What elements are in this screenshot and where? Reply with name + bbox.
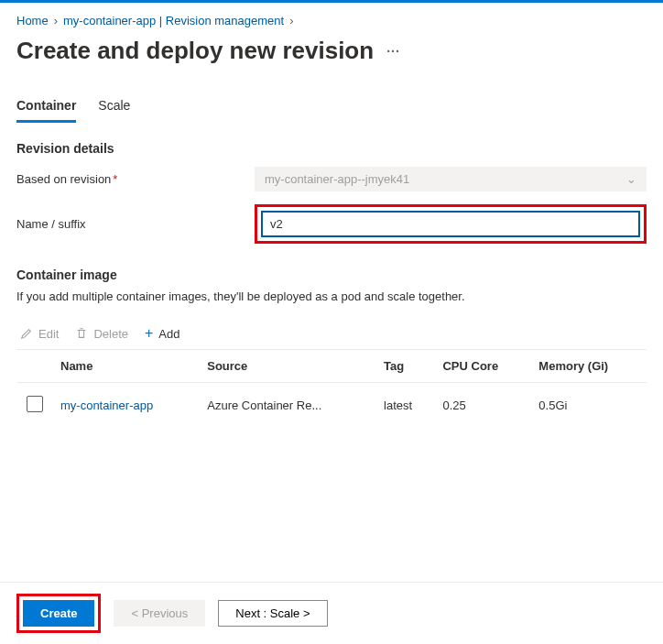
edit-button: Edit <box>20 327 59 341</box>
based-on-revision-value: my-container-app--jmyek41 <box>265 172 409 186</box>
chevron-down-icon: ⌄ <box>626 172 636 186</box>
breadcrumb-home[interactable]: Home <box>16 14 49 27</box>
trash-icon <box>75 327 88 340</box>
container-tag: latest <box>376 383 435 429</box>
revision-details-heading: Revision details <box>16 141 647 156</box>
container-source: Azure Container Re... <box>200 383 376 429</box>
based-on-revision-select[interactable]: my-container-app--jmyek41 ⌄ <box>255 167 647 191</box>
row-checkbox[interactable] <box>27 396 43 412</box>
tabs: Container Scale <box>16 93 647 123</box>
tab-scale[interactable]: Scale <box>98 93 130 123</box>
container-memory: 0.5Gi <box>531 383 647 429</box>
col-source: Source <box>200 350 376 383</box>
create-button[interactable]: Create <box>23 600 94 627</box>
footer-actions: Create < Previous Next : Scale > <box>0 582 663 644</box>
breadcrumb-parent[interactable]: my-container-app | Revision management <box>63 14 284 27</box>
page-title: Create and deploy new revision ··· <box>16 37 647 65</box>
pencil-icon <box>20 327 33 340</box>
table-toolbar: Edit Delete + Add <box>16 318 647 349</box>
delete-button: Delete <box>75 327 128 341</box>
add-button[interactable]: + Add <box>145 325 179 342</box>
name-suffix-input[interactable] <box>261 211 640 237</box>
container-cpu: 0.25 <box>435 383 531 429</box>
col-tag: Tag <box>376 350 435 383</box>
based-on-revision-label: Based on revision* <box>16 172 255 186</box>
col-memory: Memory (Gi) <box>531 350 647 383</box>
container-image-heading: Container image <box>16 267 647 282</box>
container-image-description: If you add multiple container images, th… <box>16 289 647 303</box>
plus-icon: + <box>145 325 153 342</box>
chevron-right-icon: › <box>289 14 293 27</box>
next-button[interactable]: Next : Scale > <box>218 600 327 627</box>
container-images-table: Name Source Tag CPU Core Memory (Gi) my-… <box>16 349 647 428</box>
breadcrumb: Home › my-container-app | Revision manag… <box>16 10 647 37</box>
tab-container[interactable]: Container <box>16 93 76 123</box>
table-row: my-container-app Azure Container Re... l… <box>16 383 647 429</box>
col-cpu: CPU Core <box>435 350 531 383</box>
name-input-highlight <box>255 204 647 244</box>
container-name-link[interactable]: my-container-app <box>60 398 153 412</box>
col-name: Name <box>53 350 200 383</box>
previous-button: < Previous <box>114 600 205 627</box>
chevron-right-icon: › <box>54 14 58 27</box>
more-actions-button[interactable]: ··· <box>386 44 400 59</box>
create-button-highlight: Create <box>16 594 101 633</box>
name-suffix-label: Name / suffix <box>16 217 255 231</box>
